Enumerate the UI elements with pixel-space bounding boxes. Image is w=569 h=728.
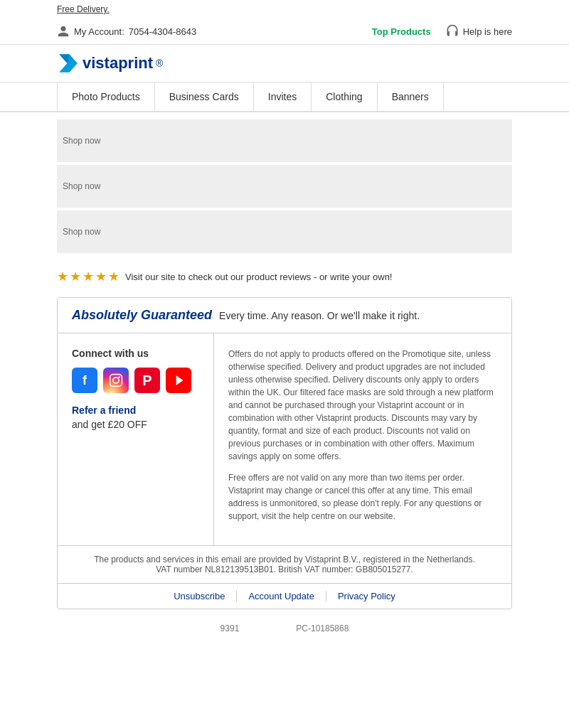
account-info: My Account: 7054-4304-8643	[57, 25, 196, 38]
star-4: ★	[95, 269, 107, 284]
guarantee-subtitle: Every time. Any reason. Or we'll make it…	[219, 310, 420, 321]
shop-now-image-2[interactable]: Shop now	[57, 165, 512, 208]
refer-section: Refer a friend and get £20 OFF	[72, 405, 199, 430]
guarantee-section: Absolutely Guaranteed Every time. Any re…	[57, 297, 512, 609]
free-delivery-link[interactable]: Free Delivery.	[57, 4, 110, 14]
footer-content: Connect with us f P	[58, 333, 511, 545]
disclaimer-text-1: Offers do not apply to products offered …	[228, 348, 497, 463]
logo-trademark: ®	[156, 58, 163, 69]
account-bar: My Account: 7054-4304-8643 Top Products …	[0, 18, 569, 45]
vistaprint-chevron-icon	[57, 52, 80, 75]
connect-title: Connect with us	[72, 348, 199, 359]
account-update-link[interactable]: Account Update	[236, 591, 326, 601]
youtube-icon[interactable]	[166, 368, 191, 393]
company-info: The products and services in this email …	[58, 545, 511, 583]
nav-clothing[interactable]: Clothing	[312, 82, 377, 111]
review-text: Visit our site to check out our product …	[125, 272, 392, 282]
account-label: My Account:	[74, 26, 124, 37]
guarantee-title: Absolutely Guaranteed	[72, 308, 212, 323]
facebook-icon[interactable]: f	[72, 368, 97, 393]
code-right: PC-10185868	[296, 623, 349, 633]
star-2: ★	[70, 269, 81, 284]
logo-area: vistaprint ®	[0, 45, 569, 82]
footer-links: Unsubscribe Account Update Privacy Polic…	[58, 583, 511, 609]
help-label: Help is here	[463, 26, 512, 37]
top-bar: Free Delivery.	[0, 0, 569, 18]
privacy-policy-link[interactable]: Privacy Policy	[326, 591, 407, 601]
refer-body-text: and get £20 OFF	[72, 419, 199, 430]
shop-now-image-1[interactable]: Shop now	[57, 119, 512, 162]
logo-text: vistaprint	[83, 54, 153, 73]
nav-bar: Photo Products Business Cards Invites Cl…	[0, 82, 569, 112]
account-right: Top Products Help is here	[372, 24, 512, 38]
connect-column: Connect with us f P	[58, 333, 214, 545]
svg-point-4	[118, 376, 120, 378]
disclaimer-text-2: Free offers are not valid on any more th…	[228, 471, 497, 523]
social-icons: f P	[72, 368, 199, 393]
nav-photo-products[interactable]: Photo Products	[57, 82, 155, 111]
vistaprint-logo: vistaprint ®	[57, 52, 512, 75]
instagram-icon[interactable]	[103, 368, 129, 393]
nav-business-cards[interactable]: Business Cards	[155, 82, 254, 111]
svg-rect-2	[110, 375, 122, 387]
headset-icon	[445, 24, 459, 38]
person-icon	[57, 25, 70, 38]
company-line-2: VAT number NL812139513B01. British VAT n…	[72, 564, 497, 574]
star-3: ★	[83, 269, 94, 284]
svg-point-3	[113, 378, 119, 383]
star-1: ★	[57, 269, 68, 284]
refer-friend-link[interactable]: Refer a friend	[72, 405, 136, 416]
help-link[interactable]: Help is here	[445, 24, 512, 38]
stars-area: ★ ★ ★ ★ ★ Visit our site to check out ou…	[0, 263, 569, 290]
star-5: ★	[108, 269, 119, 284]
star-rating: ★ ★ ★ ★ ★	[57, 269, 119, 284]
pinterest-icon[interactable]: P	[134, 368, 160, 393]
shop-now-image-3[interactable]: Shop now	[57, 210, 512, 253]
top-products-link[interactable]: Top Products	[372, 26, 431, 37]
unsubscribe-link[interactable]: Unsubscribe	[162, 591, 236, 601]
svg-marker-5	[176, 375, 184, 385]
code-left: 9391	[220, 623, 240, 633]
disclaimer-column: Offers do not apply to products offered …	[214, 333, 511, 545]
account-number: 7054-4304-8643	[129, 26, 196, 37]
company-line-1: The products and services in this email …	[72, 555, 497, 564]
bottom-codes: 9391 PC-10185868	[0, 616, 569, 641]
nav-banners[interactable]: Banners	[378, 82, 444, 111]
guarantee-header: Absolutely Guaranteed Every time. Any re…	[58, 298, 511, 333]
shop-now-area: Shop now Shop now Shop now	[0, 112, 569, 263]
nav-invites[interactable]: Invites	[254, 82, 312, 111]
